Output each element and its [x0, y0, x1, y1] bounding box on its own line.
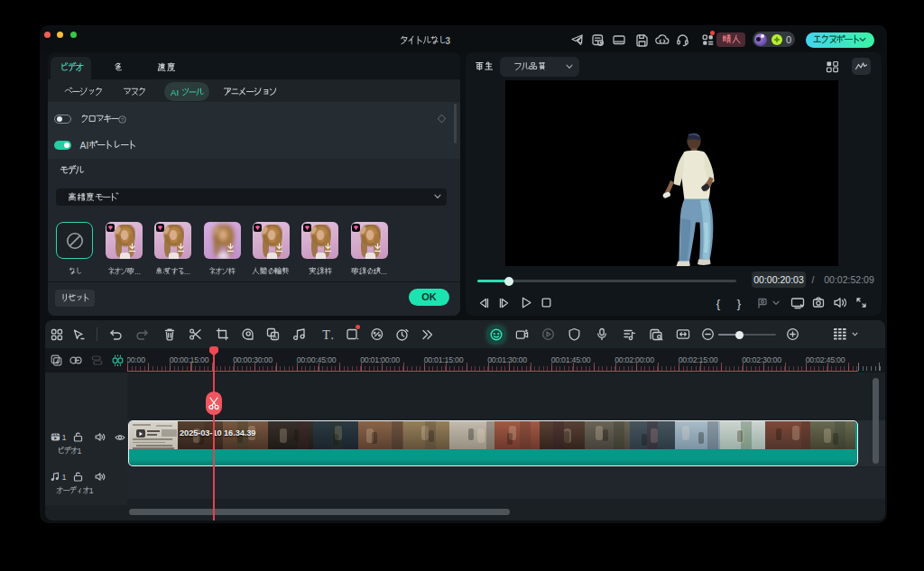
svg-text:...: ... — [381, 267, 387, 276]
svg-text:?: ? — [121, 117, 124, 123]
svg-text:...: ... — [184, 267, 190, 276]
svg-text:AI: AI — [171, 87, 179, 97]
svg-text:A: A — [273, 334, 277, 339]
svg-text:T: T — [322, 328, 330, 342]
svg-text:1: 1 — [89, 486, 94, 495]
svg-text:3: 3 — [445, 36, 450, 46]
svg-text:...: ... — [134, 267, 141, 276]
svg-text:1: 1 — [78, 447, 82, 456]
svg-text:AI: AI — [79, 140, 88, 150]
